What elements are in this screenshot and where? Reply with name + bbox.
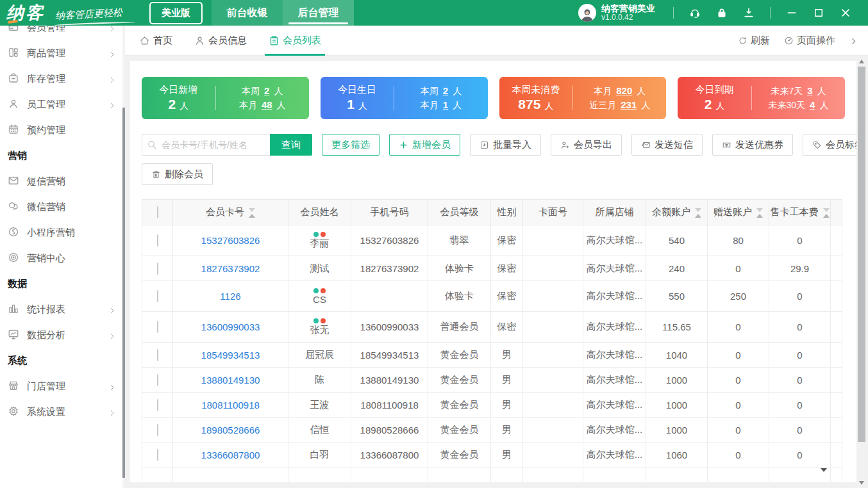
row-checkbox[interactable] [157, 399, 158, 411]
add-member-button[interactable]: 新增会员 [389, 134, 460, 156]
close-button[interactable] [839, 6, 852, 19]
gift-balance-cell: 0 [708, 418, 769, 443]
sidebar-item[interactable]: 会员管理 [0, 26, 125, 40]
member-card-no-link[interactable]: 18081100918 [201, 400, 260, 411]
chevron-right-icon[interactable] [849, 37, 858, 45]
search-input[interactable] [142, 134, 270, 156]
minimize-button[interactable] [785, 6, 798, 19]
sidebar-item[interactable]: 门店管理 [0, 373, 125, 399]
member-card-no-link[interactable]: 18980528666 [201, 425, 260, 435]
more-filters-button[interactable]: 更多筛选 [322, 134, 380, 156]
sort-icons[interactable] [823, 208, 830, 218]
tabbar-action[interactable]: 页面操作 [784, 35, 835, 47]
stat-card[interactable]: 今日新增2人本周2人本月48人 [142, 77, 309, 119]
sidebar-item[interactable]: 统计报表 [0, 297, 125, 322]
tab-item[interactable]: 首页 [139, 26, 172, 56]
column-header[interactable]: 赠送账户 [708, 200, 769, 225]
stat-card[interactable]: 本周未消费875人本月820人近三月231人 [499, 77, 667, 119]
sidebar-item[interactable]: 商品管理 [0, 40, 125, 66]
card-fee-cell: 0 [769, 225, 831, 256]
member-card-no-link[interactable]: 13880149130 [201, 375, 260, 386]
maximize-button[interactable] [812, 6, 825, 19]
column-header[interactable]: 手机号码 [351, 200, 428, 225]
row-checkbox[interactable] [157, 349, 158, 361]
tab-item[interactable]: 会员信息 [194, 26, 247, 56]
sidebar-item[interactable]: 营销中心 [0, 245, 125, 271]
sidebar-item[interactable]: 员工管理 [0, 92, 125, 117]
edition-badge-button[interactable]: 美业版 [149, 2, 203, 24]
sidebar-item[interactable]: 库存管理 [0, 66, 125, 92]
sort-asc-icon[interactable] [695, 214, 701, 218]
sidebar-item[interactable]: 系统设置 [0, 399, 125, 425]
row-checkbox[interactable] [157, 424, 158, 436]
sort-desc-icon[interactable] [756, 208, 763, 212]
sort-desc-icon[interactable] [249, 208, 255, 212]
user-icon [194, 35, 205, 46]
toolbar-button[interactable]: 发送短信 [631, 134, 703, 156]
customer-service-icon[interactable] [689, 6, 701, 19]
row-checkbox[interactable] [157, 234, 158, 247]
stat-card[interactable]: 今日到期2人未来7天3人未来30天4人 [678, 77, 845, 119]
select-all-checkbox[interactable] [157, 206, 158, 218]
member-card-no-link[interactable]: 18549934513 [201, 350, 260, 361]
top-nav-active[interactable]: 后台管理 [283, 0, 354, 26]
sidebar-item[interactable]: 预约管理 [0, 117, 125, 143]
tab-active[interactable]: 会员列表 [269, 26, 321, 56]
scroll-up-icon[interactable] [859, 60, 864, 63]
shop-cell: 高尔夫球馆... [583, 281, 646, 312]
delete-member-button[interactable]: 删除会员 [142, 163, 213, 185]
column-header[interactable]: 卡面号 [523, 200, 583, 225]
main-scrollbar-thumb[interactable] [858, 67, 865, 442]
member-card-no-link[interactable]: 18276373902 [201, 263, 260, 274]
chevron-right-icon [108, 382, 116, 390]
tabbar-action[interactable]: 刷新 [738, 35, 770, 47]
sidebar-item[interactable]: 数据分析 [0, 322, 125, 348]
titlebar-divider [673, 7, 674, 19]
top-nav-item[interactable]: 前台收银 [212, 0, 283, 26]
member-card-no-link[interactable]: 13600990033 [201, 321, 260, 332]
row-checkbox[interactable] [157, 374, 158, 386]
stat-card-main: 本周未消费875人 [499, 84, 573, 112]
row-checkbox[interactable] [157, 449, 158, 461]
search-button[interactable]: 查询 [270, 134, 312, 156]
row-checkbox[interactable] [157, 290, 158, 302]
stat-card[interactable]: 今日生日1人本周2人本月1人 [321, 77, 488, 119]
toolbar-button[interactable]: 会员标签 [803, 134, 856, 156]
member-card-no-link[interactable]: 13366087800 [201, 450, 260, 460]
sidebar-item[interactable]: 小程序营销 [0, 220, 125, 245]
sort-asc-icon[interactable] [756, 214, 763, 218]
column-header[interactable]: 售卡工本费 [769, 200, 831, 225]
toolbar-button[interactable]: 会员导出 [551, 134, 622, 156]
toolbar-button[interactable]: 批量导入 [470, 134, 541, 156]
main-scrollbar[interactable] [857, 56, 866, 488]
sort-icons[interactable] [695, 208, 701, 218]
sort-icons[interactable] [249, 208, 255, 218]
sort-icons[interactable] [756, 208, 763, 218]
download-icon[interactable] [742, 6, 755, 19]
sidebar-item[interactable]: 短信营销 [0, 168, 125, 194]
sort-desc-icon[interactable] [695, 208, 701, 212]
sort-asc-icon[interactable] [823, 214, 830, 218]
table-scroll-down-icon[interactable] [821, 468, 827, 472]
column-header[interactable]: 所属店铺 [583, 200, 646, 225]
row-checkbox[interactable] [157, 321, 158, 333]
scroll-down-icon[interactable] [859, 481, 864, 485]
sidebar-item[interactable]: 微信营销 [0, 194, 125, 220]
column-header[interactable]: 会员姓名 [288, 200, 351, 225]
tab-bar: 首页会员信息会员列表 刷新页面操作 [125, 26, 868, 56]
column-header[interactable]: 余额账户 [646, 200, 708, 225]
sort-asc-icon[interactable] [249, 214, 255, 218]
toolbar-button[interactable]: 发送优惠券 [712, 134, 793, 156]
member-card-no-link[interactable]: 1126 [220, 291, 240, 302]
user-info[interactable]: 纳客营销美业 v1.0.0.42 [578, 3, 655, 22]
shop-icon [8, 380, 21, 393]
lock-icon[interactable] [715, 6, 728, 19]
column-header[interactable]: 性别 [491, 200, 523, 225]
member-card-no-link[interactable]: 15327603826 [201, 235, 260, 246]
row-checkbox[interactable] [157, 263, 158, 275]
column-header[interactable]: 会员等级 [428, 200, 491, 225]
chevron-right-icon [108, 331, 116, 339]
column-header[interactable]: 会员卡号 [173, 200, 288, 225]
shop-cell: 高尔夫球馆... [583, 418, 646, 443]
sort-desc-icon[interactable] [823, 208, 830, 212]
